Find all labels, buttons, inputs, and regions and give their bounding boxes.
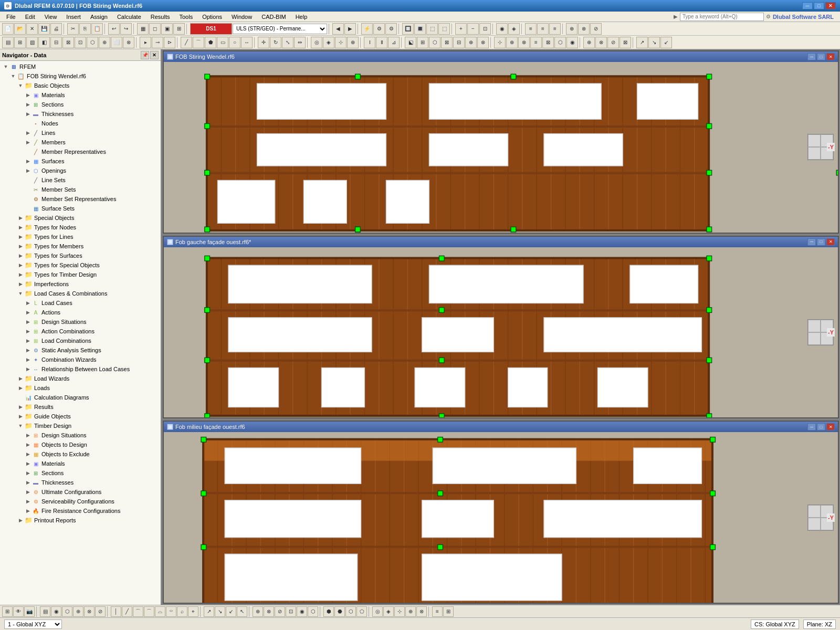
vp2-maximize[interactable]: □ (817, 238, 825, 246)
vp3-minimize[interactable]: ─ (807, 423, 816, 430)
tree-printout[interactable]: ▶ 📁 Printout Reports (0, 516, 161, 525)
tb2-b7[interactable]: ⊗ (477, 37, 489, 48)
sb-f2[interactable]: ⬣ (334, 606, 345, 617)
tree-types-timber[interactable]: ▶ 📁 Types for Timber Design (0, 270, 161, 279)
sb-e4[interactable]: ⊡ (286, 606, 296, 617)
expand-td-sec[interactable]: ▶ (24, 469, 32, 477)
sb-b3[interactable]: ⬡ (62, 606, 72, 617)
expand-rel[interactable]: ▶ (24, 365, 32, 373)
expand-types-members[interactable]: ▶ (17, 243, 24, 250)
sb-g4[interactable]: ⊕ (405, 606, 416, 617)
expand-td-mat[interactable]: ▶ (24, 460, 32, 467)
expand-load-combos[interactable]: ▶ (24, 337, 32, 344)
expand-member-sets[interactable]: ▶ (24, 186, 32, 193)
tree-static-analysis[interactable]: ▶ ⚙ Static Analysis Settings (0, 345, 161, 355)
tree-member-set-reps[interactable]: ▶ ⚙ Member Set Representatives (0, 194, 161, 204)
expand-load-wiz[interactable]: ▶ (17, 375, 24, 382)
expand-thicknesses[interactable]: ▶ (24, 110, 32, 118)
tb-results1[interactable]: ≡ (525, 23, 537, 35)
menu-tools[interactable]: Tools (175, 13, 197, 21)
tree-actions[interactable]: ▶ A Actions (0, 308, 161, 317)
sb-c3[interactable]: ⌔ (166, 606, 176, 617)
vp1-minimize[interactable]: ─ (807, 53, 816, 60)
tb2-scale[interactable]: ⤡ (282, 37, 293, 48)
tb2-d3[interactable]: ⊘ (607, 37, 619, 48)
expand-td-svc[interactable]: ▶ (24, 498, 32, 505)
tree-combination-wizards[interactable]: ▶ ✦ Combination Wizards (0, 355, 161, 364)
expand-rfem[interactable]: ▼ (2, 63, 9, 70)
tb2-9[interactable]: ⊕ (99, 37, 110, 48)
tb2-b5[interactable]: ⊟ (453, 37, 465, 48)
expand-load-cases[interactable]: ▶ (24, 299, 32, 307)
expand-line-sets[interactable]: ▶ (24, 176, 32, 184)
sb-h1[interactable]: ≡ (432, 606, 443, 617)
tree-td-ultimate[interactable]: ▶ ⚙ Ultimate Configurations (0, 487, 161, 497)
tb-zoom-out[interactable]: − (467, 23, 479, 35)
tb2-8[interactable]: ⬡ (87, 37, 98, 48)
sb-f1[interactable]: ⬢ (323, 606, 334, 617)
tb-open[interactable]: 📂 (14, 23, 26, 35)
sb-c5[interactable]: ⌖ (188, 606, 198, 617)
tree-types-nodes[interactable]: ▶ 📁 Types for Nodes (0, 223, 161, 232)
tb-render2[interactable]: ◈ (508, 23, 520, 35)
expand-load-comb[interactable]: ▼ (17, 290, 24, 297)
tree-td-serviceability[interactable]: ▶ ⚙ Serviceability Configurations (0, 497, 161, 506)
tree-load-wizards[interactable]: ▶ 📁 Load Wizards (0, 374, 161, 383)
tb2-c7[interactable]: ◉ (566, 37, 578, 48)
tree-loads[interactable]: ▶ 📁 Loads (0, 383, 161, 393)
expand-openings[interactable]: ▶ (24, 167, 32, 174)
tb-zoom-in[interactable]: + (455, 23, 467, 35)
tree-lines[interactable]: ▶ ╱ Lines (0, 128, 161, 138)
tb2-d4[interactable]: ⊠ (620, 37, 631, 48)
tb2-rect[interactable]: ▭ (217, 37, 228, 48)
expand-td-fire[interactable]: ▶ (24, 507, 32, 514)
tb2-b2[interactable]: ⊞ (417, 37, 428, 48)
expand-surface-sets[interactable]: ▶ (24, 205, 32, 212)
vp3-maximize[interactable]: □ (817, 423, 825, 430)
tree-imperfections[interactable]: ▶ 📁 Imperfections (0, 279, 161, 289)
expand-sections[interactable]: ▶ (24, 101, 32, 108)
tb-save[interactable]: 💾 (38, 23, 50, 35)
tb-view1[interactable]: ▦ (137, 23, 149, 35)
tree-td-fire[interactable]: ▶ 🔥 Fire Resistance Configurations (0, 506, 161, 516)
sb-b6[interactable]: ⊘ (95, 606, 106, 617)
expand-actions[interactable]: ▶ (24, 309, 32, 316)
expand-static[interactable]: ▶ (24, 346, 32, 354)
sb-b2[interactable]: ◉ (51, 606, 61, 617)
tree-action-combinations[interactable]: ▶ ⊞ Action Combinations (0, 327, 161, 336)
sb-d1[interactable]: ↗ (204, 606, 214, 617)
tree-members[interactable]: ▶ ╱ Members (0, 138, 161, 147)
tb2-14[interactable]: ⊳ (164, 37, 175, 48)
tree-types-members[interactable]: ▶ 📁 Types for Members (0, 242, 161, 251)
tb2-c5[interactable]: ⊠ (542, 37, 554, 48)
tb2-a2[interactable]: Ⅱ (376, 37, 387, 48)
tb-view4[interactable]: ⊞ (173, 23, 185, 35)
maximize-button[interactable]: □ (814, 2, 824, 9)
tb-zoom-fit[interactable]: ⊡ (479, 23, 491, 35)
tree-load-cases[interactable]: ▶ L Load Cases (0, 298, 161, 308)
tb2-4[interactable]: ◧ (38, 37, 50, 48)
expand-calc-diag[interactable]: ▶ (17, 394, 24, 401)
expand-printout[interactable]: ▶ (17, 517, 24, 524)
tree-td-design-situations[interactable]: ▶ ⊞ Design Situations (0, 430, 161, 440)
search-input[interactable] (680, 13, 764, 21)
tree-nodes[interactable]: ▶ • Nodes (0, 119, 161, 128)
expand-types-lines[interactable]: ▶ (17, 233, 24, 240)
tb-arrow-right[interactable]: ▶ (344, 23, 356, 35)
tb-view2[interactable]: ◻ (149, 23, 161, 35)
tb2-c1[interactable]: ⊹ (494, 37, 506, 48)
expand-types-special[interactable]: ▶ (17, 261, 24, 269)
menu-window[interactable]: Window (227, 13, 256, 21)
sb-d2[interactable]: ↘ (215, 606, 225, 617)
menu-calculate[interactable]: Calculate (113, 13, 145, 21)
tb2-3[interactable]: ▧ (26, 37, 38, 48)
tb-print[interactable]: 🖨 (50, 23, 62, 35)
tb-calc2[interactable]: ⚙ (373, 23, 385, 35)
vp3-canvas[interactable]: -Y (164, 432, 838, 603)
tb-sel4[interactable]: ⬚ (438, 23, 450, 35)
tb2-move[interactable]: ✛ (258, 37, 269, 48)
nav-close[interactable]: ✕ (150, 51, 159, 59)
tb2-mirror[interactable]: ⇔ (294, 37, 306, 48)
sb-c1[interactable]: ⌒ (144, 606, 154, 617)
sb-e6[interactable]: ⬡ (308, 606, 318, 617)
